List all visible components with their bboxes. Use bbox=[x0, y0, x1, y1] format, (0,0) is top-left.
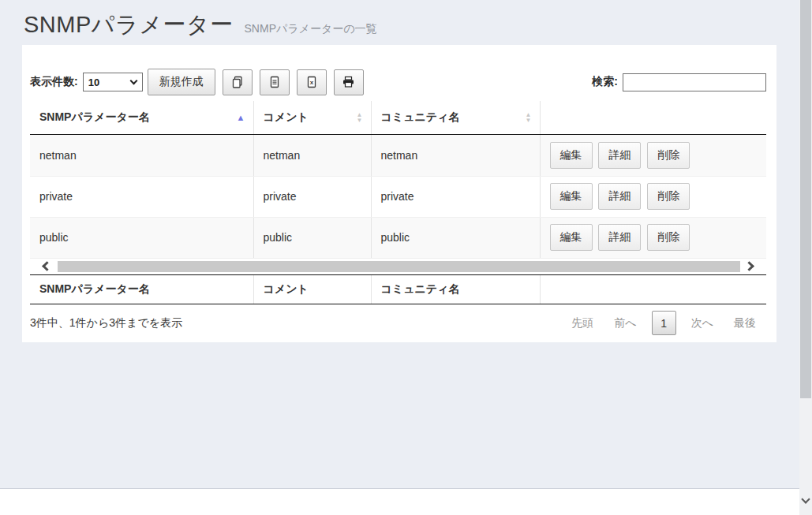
pagination-previous[interactable]: 前へ bbox=[604, 310, 646, 337]
vertical-scrollbar[interactable] bbox=[799, 0, 812, 515]
csv-button[interactable] bbox=[260, 69, 290, 95]
file-lines-icon bbox=[268, 76, 281, 88]
copy-icon bbox=[231, 76, 244, 88]
scroll-right-icon[interactable] bbox=[744, 261, 754, 271]
edit-button[interactable]: 編集 bbox=[550, 183, 593, 210]
column-header-name[interactable]: SNMPパラメーター名 ▲ bbox=[30, 101, 253, 135]
page-header: SNMPパラメーター SNMPパラメーターの一覧 bbox=[24, 9, 377, 41]
column-header-comment[interactable]: コメント ▲▼ bbox=[253, 101, 371, 135]
sort-both-icon: ▲▼ bbox=[526, 112, 532, 123]
scroll-down-icon[interactable] bbox=[801, 494, 810, 503]
scroll-left-icon[interactable] bbox=[42, 261, 52, 271]
content-panel: 表示件数: 10 新規作成 bbox=[22, 45, 776, 342]
delete-button[interactable]: 削除 bbox=[647, 183, 690, 210]
horizontal-scrollbar-thumb[interactable] bbox=[58, 261, 740, 272]
page-subtitle: SNMPパラメーターの一覧 bbox=[245, 22, 377, 36]
table-row: netman netman netman 編集 詳細 削除 bbox=[30, 135, 766, 176]
cell-comment: public bbox=[253, 217, 371, 258]
table-header: SNMPパラメーター名 ▲ コメント ▲▼ コミュニティ名 ▲▼ bbox=[30, 101, 766, 135]
pagination-next[interactable]: 次へ bbox=[681, 310, 724, 337]
page-length-select[interactable]: 10 bbox=[83, 73, 143, 91]
copy-button[interactable] bbox=[223, 69, 253, 95]
column-header-community[interactable]: コミュニティ名 ▲▼ bbox=[371, 101, 540, 135]
page-length-label: 表示件数: bbox=[30, 75, 78, 89]
table-footer-bar: 3件中、1件から3件までを表示 先頭 前へ 1 次へ 最後 bbox=[30, 308, 766, 339]
print-button[interactable] bbox=[334, 69, 364, 95]
create-new-button[interactable]: 新規作成 bbox=[148, 69, 215, 95]
cell-name: public bbox=[30, 217, 253, 258]
page-length-select-wrap: 10 bbox=[83, 73, 143, 91]
svg-text:x: x bbox=[309, 79, 313, 86]
pagination-last[interactable]: 最後 bbox=[724, 310, 766, 337]
vertical-scrollbar-thumb[interactable] bbox=[800, 0, 811, 398]
delete-button[interactable]: 削除 bbox=[647, 142, 690, 169]
cell-name: netman bbox=[30, 135, 253, 176]
detail-button[interactable]: 詳細 bbox=[598, 224, 641, 251]
search-label: 検索: bbox=[592, 75, 618, 89]
search-input[interactable] bbox=[623, 73, 766, 91]
cell-actions: 編集 詳細 削除 bbox=[540, 217, 766, 258]
table-row: public public public 編集 詳細 削除 bbox=[30, 217, 766, 258]
cell-community: public bbox=[371, 217, 540, 258]
delete-button[interactable]: 削除 bbox=[647, 224, 690, 251]
detail-button[interactable]: 詳細 bbox=[598, 142, 641, 169]
table-body: netman netman netman 編集 詳細 削除 private pr… bbox=[30, 135, 766, 259]
pagination-page-1[interactable]: 1 bbox=[652, 311, 676, 335]
cell-actions: 編集 詳細 削除 bbox=[540, 176, 766, 217]
file-excel-icon: x bbox=[305, 76, 318, 88]
sort-both-icon: ▲▼ bbox=[357, 112, 363, 123]
cell-community: netman bbox=[371, 135, 540, 176]
excel-button[interactable]: x bbox=[297, 69, 327, 95]
footer-column-community: コミュニティ名 bbox=[371, 274, 540, 304]
page-title: SNMPパラメーター bbox=[24, 9, 234, 41]
footer-column-comment: コメント bbox=[253, 274, 371, 304]
pagination-first[interactable]: 先頭 bbox=[561, 310, 604, 337]
printer-icon bbox=[342, 76, 355, 88]
edit-button[interactable]: 編集 bbox=[550, 142, 593, 169]
entries-info: 3件中、1件から3件までを表示 bbox=[30, 316, 182, 330]
cell-community: private bbox=[371, 176, 540, 217]
horizontal-scrollbar bbox=[30, 259, 766, 274]
cell-actions: 編集 詳細 削除 bbox=[540, 135, 766, 176]
footer-column-actions bbox=[540, 274, 766, 304]
table-footer-header: SNMPパラメーター名 コメント コミュニティ名 bbox=[30, 274, 766, 304]
cell-comment: netman bbox=[253, 135, 371, 176]
edit-button[interactable]: 編集 bbox=[550, 224, 593, 251]
cell-name: private bbox=[30, 176, 253, 217]
footer-column-name: SNMPパラメーター名 bbox=[30, 274, 253, 304]
table-toolbar: 表示件数: 10 新規作成 bbox=[30, 69, 766, 95]
pagination: 先頭 前へ 1 次へ 最後 bbox=[561, 310, 766, 337]
table-row: private private private 編集 詳細 削除 bbox=[30, 176, 766, 217]
column-header-actions bbox=[540, 101, 766, 135]
detail-button[interactable]: 詳細 bbox=[598, 183, 641, 210]
cell-comment: private bbox=[253, 176, 371, 217]
